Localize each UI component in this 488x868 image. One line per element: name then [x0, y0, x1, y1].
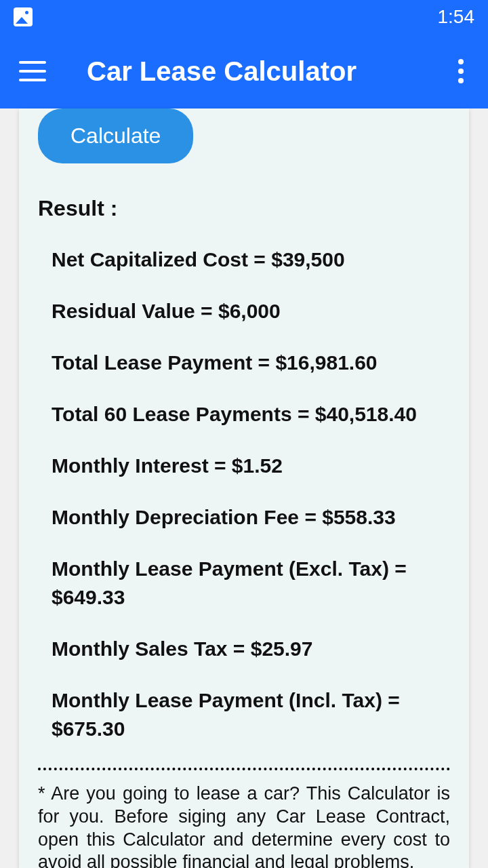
- result-line: Net Capitalized Cost = $39,500: [52, 245, 450, 274]
- content-card: Calculate Result : Net Capitalized Cost …: [19, 108, 469, 868]
- hamburger-menu-icon[interactable]: [19, 61, 46, 81]
- result-header: Result :: [38, 196, 450, 221]
- result-line: Monthly Lease Payment (Incl. Tax) = $675…: [52, 686, 450, 743]
- status-time: 1:54: [438, 6, 475, 28]
- result-line: Monthly Depreciation Fee = $558.33: [52, 503, 450, 532]
- photo-icon: [14, 7, 33, 26]
- result-line: Residual Value = $6,000: [52, 297, 450, 326]
- divider: [38, 768, 450, 770]
- result-line: Monthly Lease Payment (Excl. Tax) = $649…: [52, 555, 450, 612]
- calculate-button[interactable]: Calculate: [38, 108, 193, 163]
- result-line: Total 60 Lease Payments = $40,518.40: [52, 400, 450, 429]
- result-line: Total Lease Payment = $16,981.60: [52, 349, 450, 377]
- footnote-text: * Are you going to lease a car? This Cal…: [38, 783, 450, 868]
- app-bar: Car Lease Calculator: [0, 34, 488, 108]
- more-vert-icon[interactable]: [453, 54, 469, 89]
- app-title: Car Lease Calculator: [87, 56, 453, 87]
- status-bar: 1:54: [0, 0, 488, 34]
- result-line: Monthly Interest = $1.52: [52, 452, 450, 480]
- result-line: Monthly Sales Tax = $25.97: [52, 635, 450, 663]
